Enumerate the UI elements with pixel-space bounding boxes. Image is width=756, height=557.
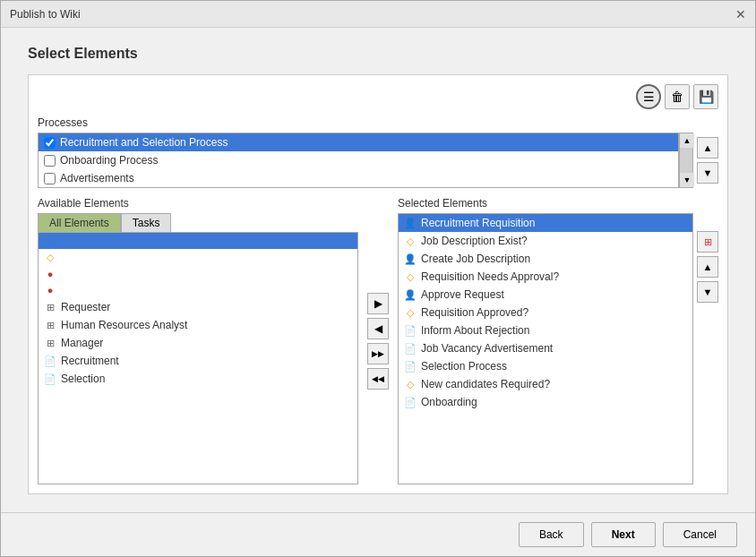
processes-list: Recruitment and Selection Process Onboar…	[38, 133, 679, 188]
title-bar: Publish to Wiki ✕	[1, 1, 755, 28]
tab-tasks[interactable]: Tasks	[121, 213, 172, 232]
process-checkbox[interactable]	[44, 155, 56, 167]
list-item-label: Human Resources Analyst	[61, 319, 187, 331]
doc-icon: 📄	[404, 343, 417, 355]
list-item[interactable]: ⊞ Requester	[39, 298, 357, 316]
cancel-button[interactable]: Cancel	[663, 522, 737, 547]
list-item[interactable]: ●	[39, 233, 357, 249]
list-item[interactable]: ◇ Job Description Exist?	[399, 232, 692, 250]
dialog-content: Select Elements ☰ 🗑 💾 Processes	[1, 28, 755, 512]
list-item[interactable]: 📄 Recruitment	[39, 352, 357, 370]
dialog-footer: Back Next Cancel	[1, 512, 755, 556]
list-item-label: Job Vacancy Advertisement	[421, 342, 553, 355]
hierarchy-button[interactable]: ⊞	[697, 231, 718, 253]
list-item-label: Create Job Description	[421, 253, 530, 265]
list-item-label: Recruitment Requisition	[421, 217, 535, 229]
person-icon: 👤	[404, 218, 417, 229]
list-item[interactable]: ◇ Requisition Needs Approval?	[399, 268, 692, 286]
available-elements-list: ● ◇ ● ●	[38, 232, 358, 484]
list-item[interactable]: 👤 Create Job Description	[399, 250, 692, 268]
selected-elements-label: Selected Elements	[398, 197, 718, 210]
person-icon: 👤	[404, 253, 417, 265]
list-item[interactable]: ◇ New candidates Required?	[399, 375, 692, 393]
select-all-button[interactable]: ☰	[636, 84, 661, 109]
process-item[interactable]: Advertisements	[39, 169, 678, 187]
list-item[interactable]: ◇	[39, 249, 357, 266]
toolbar: ☰ 🗑 💾	[38, 84, 718, 109]
list-item-label: Inform About Rejection	[421, 324, 529, 337]
back-button[interactable]: Back	[519, 522, 584, 547]
publish-to-wiki-dialog: Publish to Wiki ✕ Select Elements ☰ 🗑 💾 …	[0, 0, 756, 557]
list-item[interactable]: ⊞ Manager	[39, 334, 357, 352]
processes-scrollbar[interactable]: ▲ ▼	[679, 133, 693, 188]
remove-all-button[interactable]: ◀◀	[367, 368, 389, 390]
list-item-label: Requester	[61, 301, 110, 313]
select-all-icon: ☰	[643, 90, 655, 104]
next-button[interactable]: Next	[591, 522, 656, 547]
scroll-down-button[interactable]: ▼	[680, 173, 694, 187]
tab-all-elements[interactable]: All Elements	[38, 213, 121, 232]
add-all-button[interactable]: ▶▶	[367, 343, 389, 364]
list-item-label: Requisition Approved?	[421, 306, 528, 319]
save-button[interactable]: 💾	[693, 84, 718, 109]
doc-icon: 📄	[404, 361, 417, 373]
move-up-button[interactable]: ▲	[697, 137, 718, 159]
available-elements-label: Available Elements	[38, 197, 358, 210]
process-item[interactable]: Recruitment and Selection Process	[39, 133, 678, 151]
person-icon: 👤	[404, 289, 417, 301]
process-checkbox[interactable]	[44, 137, 56, 149]
delete-button[interactable]: 🗑	[665, 84, 690, 109]
dialog-title: Publish to Wiki	[10, 8, 81, 21]
list-item[interactable]: 📄 Selection	[39, 370, 357, 388]
list-item-label: Recruitment	[61, 355, 119, 367]
selected-elements-list: 👤 Recruitment Requisition ◇ Job Descript…	[398, 213, 693, 484]
processes-label: Processes	[38, 116, 718, 129]
doc-icon: 📄	[404, 325, 417, 337]
list-item-label: Manager	[61, 337, 103, 349]
list-item[interactable]: 📄 Selection Process	[399, 357, 692, 375]
transfer-buttons: ▶ ◀ ▶▶ ◀◀	[364, 197, 392, 484]
remove-button[interactable]: ◀	[367, 318, 389, 339]
doc-icon: 📄	[404, 397, 417, 408]
circle-red-icon: ●	[44, 269, 56, 279]
grid-icon: ⊞	[44, 302, 56, 313]
diamond-icon: ◇	[44, 252, 56, 263]
add-button[interactable]: ▶	[367, 293, 389, 314]
page-title: Select Elements	[28, 46, 728, 62]
grid-icon: ⊞	[44, 338, 56, 349]
list-item-label: Job Description Exist?	[421, 235, 528, 247]
diamond-icon: ◇	[404, 271, 417, 283]
tab-bar: All Elements Tasks	[38, 213, 358, 232]
main-panel: ☰ 🗑 💾 Processes Recruitment and Selectio…	[28, 74, 728, 494]
close-button[interactable]: ✕	[735, 8, 746, 21]
list-item[interactable]: 📄 Job Vacancy Advertisement	[399, 339, 692, 357]
move-down-button[interactable]: ▼	[697, 162, 718, 184]
selected-move-buttons: ⊞ ▲ ▼	[697, 213, 718, 484]
list-item[interactable]: 📄 Inform About Rejection	[399, 321, 692, 339]
processes-section: Recruitment and Selection Process Onboar…	[38, 133, 718, 188]
process-item[interactable]: Onboarding Process	[39, 151, 678, 169]
list-item[interactable]: ●	[39, 282, 357, 298]
selected-move-down-button[interactable]: ▼	[697, 281, 718, 303]
list-item[interactable]: ●	[39, 266, 357, 282]
diamond-icon: ◇	[404, 379, 417, 390]
circle-red-icon: ●	[44, 285, 56, 296]
process-checkbox[interactable]	[44, 173, 56, 184]
list-item[interactable]: ⊞ Human Resources Analyst	[39, 316, 357, 334]
available-elements-panel: Available Elements All Elements Tasks ● …	[38, 197, 358, 484]
list-item[interactable]: 👤 Recruitment Requisition	[399, 214, 692, 232]
list-item-label: Requisition Needs Approval?	[421, 270, 559, 283]
list-item-label: Approve Request	[421, 288, 504, 301]
scroll-track	[680, 148, 692, 173]
list-item[interactable]: 📄 Onboarding	[399, 393, 692, 411]
grid-icon: ⊞	[44, 320, 56, 331]
lower-section: Available Elements All Elements Tasks ● …	[38, 197, 718, 484]
diamond-icon: ◇	[404, 307, 417, 319]
process-item-label: Recruitment and Selection Process	[60, 136, 228, 149]
selected-move-up-button[interactable]: ▲	[697, 256, 718, 278]
list-item[interactable]: 👤 Approve Request	[399, 286, 692, 304]
list-item[interactable]: ◇ Requisition Approved?	[399, 304, 692, 321]
scroll-up-button[interactable]: ▲	[680, 133, 694, 148]
list-item-label: Selection	[61, 373, 105, 385]
circle-filled-icon: ●	[44, 236, 56, 246]
